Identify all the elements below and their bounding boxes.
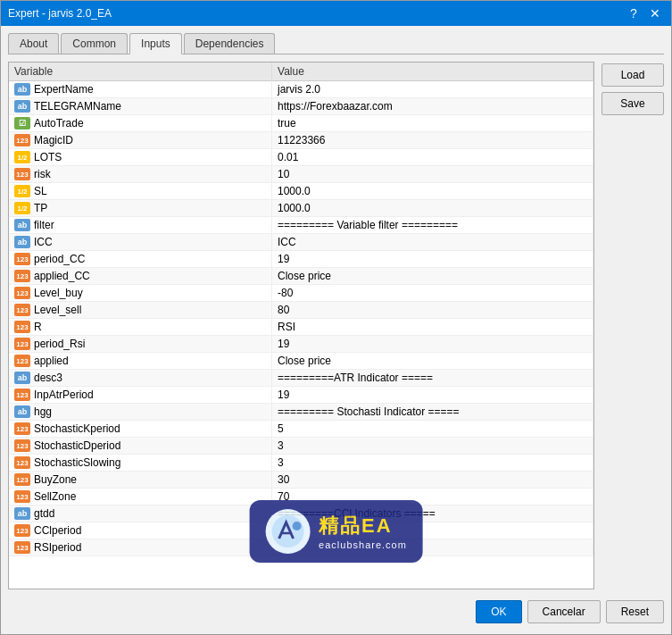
value-cell[interactable]: 3 [272, 455, 593, 472]
var-cell: 123RSIperiod [9, 539, 272, 556]
table-row: 123InpAtrPeriod19 [9, 387, 593, 404]
reset-button[interactable]: Reset [606, 600, 664, 623]
type-badge: ab [14, 100, 30, 113]
type-badge: 123 [14, 355, 30, 367]
value-cell[interactable]: 80 [272, 302, 593, 319]
variable-name: BuyZone [34, 473, 77, 486]
value-cell[interactable]: 19 [272, 336, 593, 353]
value-cell[interactable]: 30 [272, 472, 593, 489]
bottom-bar: OK Cancelar Reset [8, 597, 664, 627]
value-cell[interactable]: Close price [272, 353, 593, 370]
cancel-button[interactable]: Cancelar [527, 600, 601, 623]
variable-name: RSIperiod [34, 541, 81, 554]
value-cell[interactable]: 70 [272, 489, 593, 505]
help-button[interactable]: ? [625, 4, 643, 22]
type-badge: 123 [14, 541, 30, 554]
value-cell[interactable] [272, 522, 593, 539]
value-cell[interactable]: 19 [272, 387, 593, 404]
variable-name: R [34, 321, 42, 333]
table-row: 123period_Rsi19 [9, 336, 593, 353]
params-table-container: Variable Value abExpertNamejarvis 2.0abT… [8, 62, 594, 589]
tab-dependencies[interactable]: Dependencies [184, 33, 276, 54]
value-cell[interactable]: =========CCl Indicators ===== [272, 505, 593, 522]
col-value: Value [272, 63, 593, 81]
variable-name: desc3 [34, 372, 62, 384]
var-cell: 123StochasticSlowing [9, 455, 272, 472]
var-cell: 123BuyZone [9, 472, 272, 489]
type-badge: ab [14, 507, 30, 520]
type-badge: 123 [14, 524, 30, 537]
type-badge: ab [14, 219, 30, 231]
side-buttons-panel: Load Save [601, 62, 664, 589]
var-cell: 123Level_buy [9, 285, 272, 302]
table-row: 123BuyZone30 [9, 472, 593, 489]
value-cell[interactable]: -80 [272, 285, 593, 302]
var-cell: 123applied [9, 353, 272, 370]
var-cell: 1/2TP [9, 200, 272, 217]
type-badge: 1/2 [14, 185, 30, 197]
value-cell[interactable]: 1000.0 [272, 200, 593, 217]
tab-common[interactable]: Common [61, 33, 128, 54]
variable-name: AutoTrade [34, 117, 84, 130]
variable-name: Level_sell [34, 304, 81, 316]
load-button[interactable]: Load [601, 63, 664, 87]
table-row: 123CClperiod [9, 522, 593, 539]
var-cell: 123InpAtrPeriod [9, 387, 272, 404]
table-row: 1/2LOTS0.01 [9, 149, 593, 166]
value-cell[interactable]: 11223366 [272, 132, 593, 149]
variable-name: applied_CC [34, 270, 90, 282]
variable-name: Level_buy [34, 287, 83, 299]
var-cell: abhgg [9, 404, 272, 421]
table-row: ☑AutoTradetrue [9, 115, 593, 132]
type-badge: 123 [14, 439, 30, 452]
value-cell[interactable] [272, 539, 593, 556]
value-cell[interactable]: 19 [272, 251, 593, 268]
type-badge: 123 [14, 270, 30, 282]
type-badge: 123 [14, 389, 30, 401]
value-cell[interactable]: 5 [272, 421, 593, 438]
type-badge: 123 [14, 338, 30, 350]
value-cell[interactable]: https://Forexbaazar.com [272, 98, 593, 115]
ok-button[interactable]: OK [476, 600, 521, 623]
var-cell: 123Level_sell [9, 302, 272, 319]
var-cell: abICC [9, 234, 272, 251]
value-cell[interactable]: 3 [272, 438, 593, 455]
type-badge: 1/2 [14, 151, 30, 163]
type-badge: 123 [14, 321, 30, 333]
save-button[interactable]: Save [601, 92, 664, 115]
type-badge: ab [14, 83, 30, 96]
variable-name: TELEGRAMName [34, 100, 121, 113]
var-cell: 123period_CC [9, 251, 272, 268]
type-badge: 123 [14, 490, 30, 503]
table-row: 1/2TP1000.0 [9, 200, 593, 217]
type-badge: 123 [14, 422, 30, 435]
var-cell: abTELEGRAMName [9, 98, 272, 115]
value-cell[interactable]: Close price [272, 268, 593, 285]
value-cell[interactable]: true [272, 115, 593, 132]
value-cell[interactable]: ========= Variable filter ========= [272, 217, 593, 234]
var-cell: 123CClperiod [9, 522, 272, 539]
close-button[interactable]: ✕ [646, 4, 664, 22]
table-row: 123SellZone70 [9, 489, 593, 505]
tab-about[interactable]: About [8, 33, 59, 54]
value-cell[interactable]: 1000.0 [272, 183, 593, 200]
value-cell[interactable]: =========ATR Indicator ===== [272, 370, 593, 387]
table-row: 123Level_buy-80 [9, 285, 593, 302]
value-cell[interactable]: ICC [272, 234, 593, 251]
value-cell[interactable]: 0.01 [272, 149, 593, 166]
table-row: abhgg========= Stochasti Indicator ===== [9, 404, 593, 421]
var-cell: 1/2SL [9, 183, 272, 200]
tab-inputs[interactable]: Inputs [129, 33, 182, 54]
value-cell[interactable]: ========= Stochasti Indicator ===== [272, 404, 593, 421]
var-cell: abdesc3 [9, 370, 272, 387]
variable-name: risk [34, 168, 51, 180]
value-cell[interactable]: 10 [272, 166, 593, 183]
var-cell: abgtdd [9, 505, 272, 522]
var-cell: 123MagicID [9, 132, 272, 149]
type-badge: 123 [14, 287, 30, 299]
value-cell[interactable]: jarvis 2.0 [272, 81, 593, 98]
table-row: 123risk10 [9, 166, 593, 183]
value-cell[interactable]: RSI [272, 319, 593, 336]
type-badge: 123 [14, 456, 30, 469]
table-row: 123applied_CCClose price [9, 268, 593, 285]
